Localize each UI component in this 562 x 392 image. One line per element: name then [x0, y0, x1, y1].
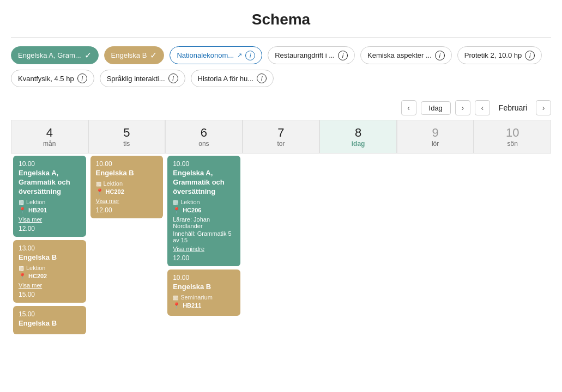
page-title: Schema [0, 0, 562, 37]
room-link[interactable]: HC206 [183, 207, 201, 213]
info-icon[interactable]: i [168, 74, 178, 83]
day-header-sön[interactable]: 10sön [474, 120, 551, 154]
course-chip-5[interactable]: Protetik 2, 10.0 hpi [457, 46, 542, 64]
checkmark-icon: ✓ [84, 50, 92, 60]
event-card-0-2[interactable]: 15.00Engelska B [13, 306, 86, 335]
event-title: Engelska B [19, 253, 81, 262]
room-link[interactable]: HC202 [106, 188, 124, 195]
event-card-2-1[interactable]: 10.00Engelska B▩ Seminarium📍 HB211 [167, 270, 240, 316]
room-link[interactable]: HC202 [28, 273, 47, 279]
event-type: ▩ Lektion [96, 180, 158, 187]
info-icon[interactable]: i [435, 51, 445, 60]
day-header-tis[interactable]: 5tis [88, 120, 166, 154]
day-events-col-0: 10.00Engelska A, Grammatik och översättn… [11, 154, 88, 336]
info-icon[interactable]: i [338, 51, 348, 60]
info-icon[interactable]: i [525, 51, 535, 60]
event-title: Engelska A, Grammatik och översättning [173, 169, 235, 197]
event-time: 10.00 [173, 160, 235, 168]
event-link[interactable]: Visa mer [96, 198, 158, 204]
next-week-button[interactable]: › [455, 100, 470, 115]
event-card-2-0[interactable]: 10.00Engelska A, Grammatik och översättn… [167, 156, 240, 266]
course-label: Engelska A, Gram... [18, 51, 81, 59]
event-time: 13.00 [19, 244, 81, 252]
event-end: 12.00 [173, 254, 235, 262]
checkmark-icon: ✓ [150, 50, 157, 60]
event-card-1-0[interactable]: 10.00Engelska B▩ Lektion📍 HC202Visa mer1… [90, 156, 164, 218]
day-header-idag[interactable]: 8idag [319, 120, 397, 154]
courses-section: Engelska A, Gram...✓Engelska B✓Nationale… [0, 38, 562, 96]
bar-chart-icon: ▩ [173, 199, 178, 206]
course-chip-0[interactable]: Engelska A, Gram...✓ [11, 46, 99, 64]
bar-chart-icon: ▩ [19, 265, 24, 272]
event-end: 12.00 [96, 206, 158, 214]
event-card-0-0[interactable]: 10.00Engelska A, Grammatik och översättn… [13, 156, 86, 237]
day-events-col-4 [319, 154, 397, 186]
day-name: sön [476, 140, 548, 148]
event-room: 📍 HB201 [19, 207, 81, 214]
day-events-col-5 [397, 154, 474, 186]
event-title: Engelska B [173, 283, 235, 292]
course-chip-1[interactable]: Engelska B✓ [104, 46, 165, 64]
day-name: tor [245, 140, 317, 148]
day-events-col-1: 10.00Engelska B▩ Lektion📍 HC202Visa mer1… [88, 154, 166, 220]
calendar-nav: ‹ Idag › ‹ Februari › [0, 96, 562, 120]
event-title: Engelska B [19, 319, 81, 328]
room-link[interactable]: HB211 [183, 302, 201, 309]
course-chip-8[interactable]: Historia A för hu...i [191, 70, 274, 87]
event-time: 15.00 [19, 310, 81, 318]
course-chip-3[interactable]: Restaurangdrift i ...i [268, 46, 355, 64]
day-header-mån[interactable]: 4mån [11, 120, 88, 154]
course-chip-7[interactable]: Språklig interakti...i [100, 70, 185, 87]
pin-icon: 📍 [173, 207, 180, 214]
event-time: 10.00 [96, 160, 158, 168]
course-label: Engelska B [111, 51, 147, 59]
day-name: idag [322, 140, 394, 148]
event-link[interactable]: Visa mer [19, 282, 81, 289]
room-link[interactable]: HB201 [28, 207, 47, 213]
info-icon[interactable]: i [245, 51, 255, 60]
next-month-button[interactable]: › [536, 100, 551, 115]
event-end: 15.00 [19, 291, 81, 298]
event-title: Engelska A, Grammatik och översättning [19, 169, 81, 197]
course-label: Språklig interakti... [107, 75, 165, 83]
event-time: 10.00 [173, 274, 235, 281]
day-header-ons[interactable]: 6ons [165, 120, 243, 154]
pin-icon: 📍 [19, 207, 26, 214]
event-link[interactable]: Visa mer [19, 216, 81, 223]
info-icon[interactable]: i [77, 74, 87, 83]
day-number: 8 [322, 126, 394, 140]
prev-week-button[interactable]: ‹ [401, 100, 416, 115]
today-button[interactable]: Idag [421, 101, 451, 115]
bar-chart-icon: ▩ [19, 199, 24, 206]
course-chip-4[interactable]: Kemiska aspekter ...i [360, 46, 452, 64]
day-number: 5 [91, 126, 163, 140]
event-room: 📍 HC202 [96, 188, 158, 195]
bar-chart-icon: ▩ [96, 180, 101, 187]
course-label: Historia A för hu... [198, 75, 254, 83]
day-events-col-6 [474, 154, 551, 186]
info-icon[interactable]: i [257, 74, 267, 83]
event-link[interactable]: Visa mindre [173, 246, 235, 252]
day-header-tor[interactable]: 7tor [243, 120, 320, 154]
day-name: tis [91, 140, 163, 148]
day-name: mån [14, 140, 86, 148]
day-name: lör [400, 140, 472, 148]
day-events-col-3 [243, 154, 320, 186]
event-card-0-1[interactable]: 13.00Engelska B▩ Lektion📍 HC202Visa mer1… [13, 240, 86, 303]
calendar-day-headers: 4mån5tis6ons7tor8idag9lör10sön [11, 120, 551, 154]
event-type: ▩ Seminarium [173, 294, 235, 301]
day-events-col-2: 10.00Engelska A, Grammatik och översättn… [165, 154, 243, 318]
event-type: ▩ Lektion [19, 199, 81, 206]
event-room: 📍 HB211 [173, 302, 235, 309]
event-teacher: Lärare: Johan Nordlander [173, 216, 235, 229]
day-header-lör[interactable]: 9lör [397, 120, 474, 154]
event-title: Engelska B [96, 169, 158, 178]
events-grid: 10.00Engelska A, Grammatik och översättn… [11, 154, 551, 336]
prev-month-button[interactable]: ‹ [475, 100, 490, 115]
day-number: 7 [245, 126, 317, 140]
course-chip-6[interactable]: Kvantfysik, 4.5 hpi [11, 70, 94, 87]
course-label: Nationalekonom... [177, 51, 234, 59]
course-chip-2[interactable]: Nationalekonom...↗i [170, 46, 262, 64]
event-room: 📍 HC202 [19, 273, 81, 280]
course-label: Kvantfysik, 4.5 hp [18, 75, 74, 83]
